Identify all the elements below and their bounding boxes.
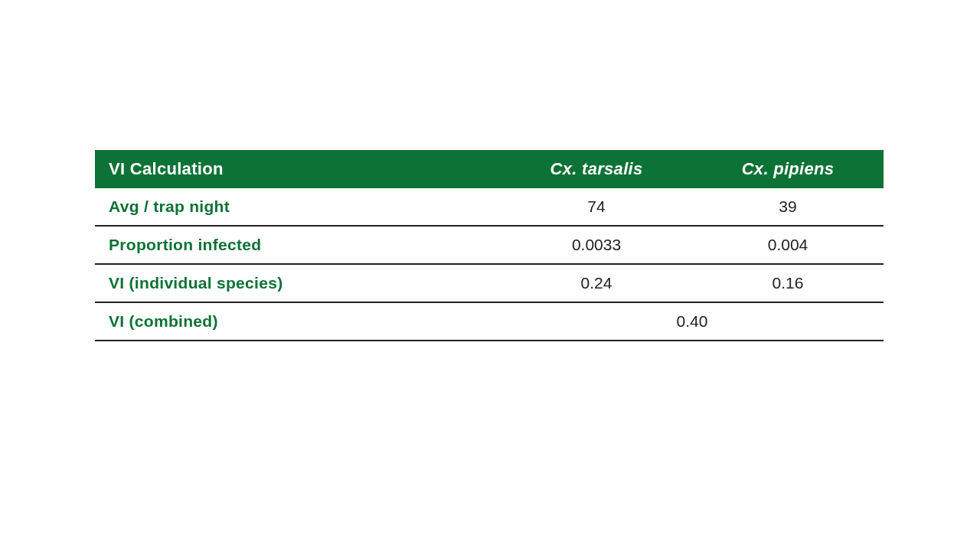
row-val-combined: 0.40 <box>501 302 884 341</box>
row-val-tarsalis: 0.24 <box>501 264 692 302</box>
table-row: Proportion infected 0.0033 0.004 <box>95 226 884 264</box>
header-label: VI Calculation <box>95 150 501 188</box>
table-row-combined: VI (combined) 0.40 <box>95 302 884 341</box>
table-row: VI (individual species) 0.24 0.16 <box>95 264 884 302</box>
table-header: VI Calculation Cx. tarsalis Cx. pipiens <box>95 150 884 188</box>
row-val-pipiens: 0.004 <box>692 226 884 264</box>
table-row: Avg / trap night 74 39 <box>95 188 884 226</box>
table-body: Avg / trap night 74 39 Proportion infect… <box>95 188 884 341</box>
header-col-pipiens: Cx. pipiens <box>692 150 884 188</box>
row-label: VI (individual species) <box>95 264 501 302</box>
row-val-tarsalis: 74 <box>501 188 692 226</box>
row-label: Proportion infected <box>95 226 501 264</box>
row-val-pipiens: 0.16 <box>692 264 884 302</box>
row-label: Avg / trap night <box>95 188 501 226</box>
header-col-tarsalis: Cx. tarsalis <box>501 150 692 188</box>
slide: VI Calculation Cx. tarsalis Cx. pipiens … <box>0 0 980 551</box>
vi-table: VI Calculation Cx. tarsalis Cx. pipiens … <box>95 150 884 341</box>
row-val-pipiens: 39 <box>692 188 884 226</box>
row-label: VI (combined) <box>95 302 501 341</box>
row-val-tarsalis: 0.0033 <box>501 226 692 264</box>
